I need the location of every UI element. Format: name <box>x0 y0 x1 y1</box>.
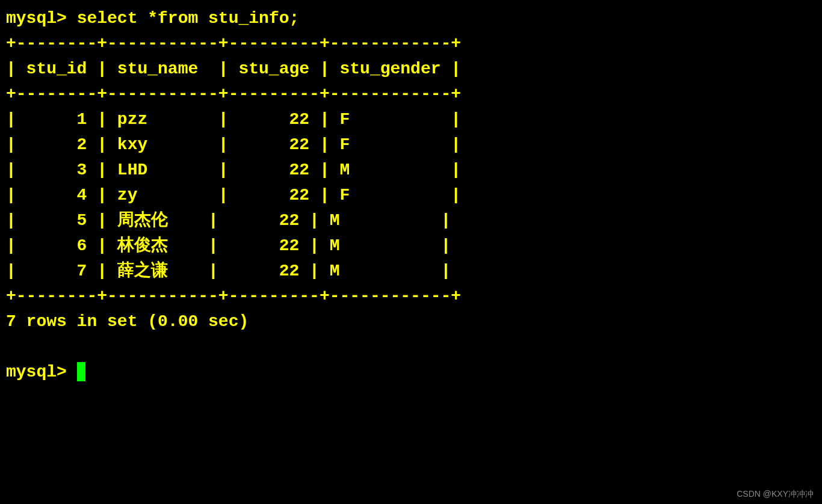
sql-query: select *from stu_info; <box>77 9 300 28</box>
cursor[interactable] <box>77 362 85 381</box>
table-data-rows: | 1 | pzz | 22 | F | | 2 | kxy | 22 | F … <box>6 110 461 280</box>
table-border-top: +--------+-----------+---------+--------… <box>6 34 461 53</box>
watermark: CSDN @KXY冲冲冲 <box>737 488 814 500</box>
status-text: 7 rows in set (0.00 sec) <box>6 312 249 331</box>
table-header-row: | stu_id | stu_name | stu_age | stu_gend… <box>6 60 461 78</box>
table-border-bottom: +--------+-----------+---------+--------… <box>6 287 461 306</box>
mysql-prompt: mysql> <box>6 9 77 28</box>
mysql-prompt: mysql> <box>6 363 77 381</box>
terminal-output: mysql> select *from stu_info; +--------+… <box>6 6 816 385</box>
table-border-mid: +--------+-----------+---------+--------… <box>6 85 461 103</box>
